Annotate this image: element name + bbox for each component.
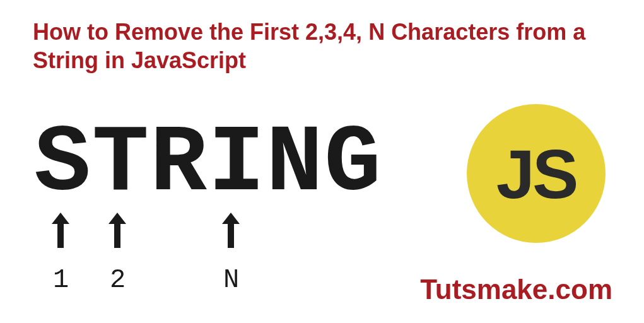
arrow-up-icon: [218, 211, 243, 249]
index-label-n: N: [223, 265, 239, 295]
page-title: How to Remove the First 2,3,4, N Charact…: [33, 18, 611, 74]
arrow-up-icon: [105, 211, 130, 249]
js-logo-badge: JS: [467, 104, 606, 243]
index-label-2: 2: [110, 265, 126, 295]
js-logo-text: JS: [496, 134, 577, 214]
arrow-up-icon: [48, 211, 73, 249]
brand-name: Tutsmake.com: [420, 274, 612, 305]
index-label-1: 1: [53, 265, 69, 295]
string-illustration: STRING: [34, 110, 382, 218]
